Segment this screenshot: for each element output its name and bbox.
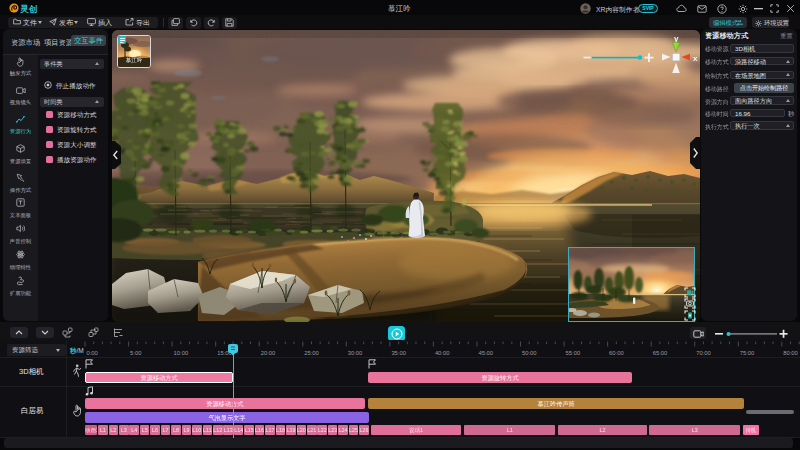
svg-text:35:00: 35:00: [391, 350, 406, 356]
svg-text:60:00: 60:00: [609, 350, 624, 356]
svg-text:50:00: 50:00: [522, 350, 537, 356]
svg-text:40:00: 40:00: [435, 350, 450, 356]
svg-text:25:00: 25:00: [304, 350, 319, 356]
svg-text:55:00: 55:00: [566, 350, 581, 356]
svg-text:75:00: 75:00: [740, 350, 755, 356]
svg-text:0:00: 0:00: [87, 350, 98, 356]
svg-text:70:00: 70:00: [696, 350, 711, 356]
svg-text:y: y: [674, 34, 679, 43]
svg-text:x: x: [693, 54, 698, 63]
svg-text:65:00: 65:00: [653, 350, 668, 356]
svg-text:45:00: 45:00: [479, 350, 494, 356]
svg-text:5:00: 5:00: [130, 350, 141, 356]
svg-text:80:00: 80:00: [783, 350, 798, 356]
svg-text:30:00: 30:00: [348, 350, 363, 356]
svg-text:20:00: 20:00: [261, 350, 276, 356]
svg-text:10:00: 10:00: [174, 350, 189, 356]
